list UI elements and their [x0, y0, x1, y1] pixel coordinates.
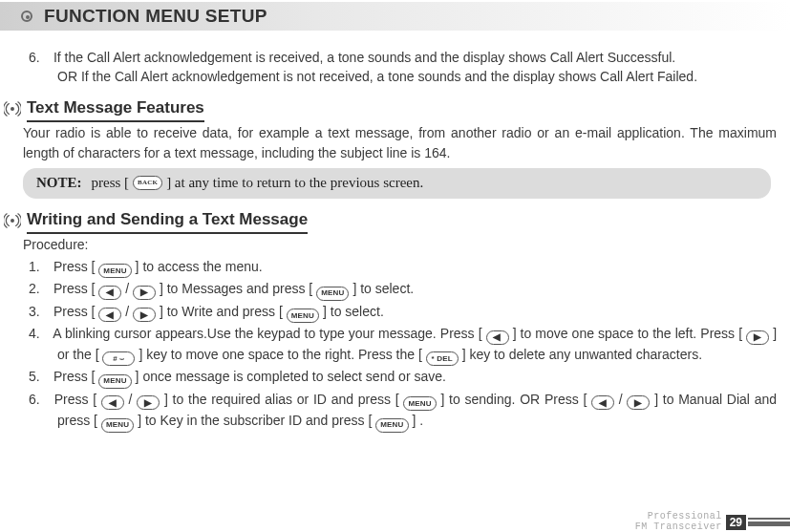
- right-arrow-button-icon: ▶: [133, 308, 156, 322]
- broadcast-icon: [4, 100, 21, 117]
- section-title-ws: Writing and Sending a Text Message: [27, 208, 308, 235]
- menu-button-icon: MENU: [98, 264, 131, 278]
- hash-button-icon: # ⌣: [102, 351, 135, 366]
- procedure-block: Procedure: 1. Press [ MENU ] to access t…: [23, 235, 777, 432]
- left-arrow-button-icon: ◀: [591, 395, 614, 410]
- procedure-step-5: 5. Press [ MENU ] once message is comple…: [57, 367, 777, 389]
- menu-button-icon: MENU: [403, 396, 436, 411]
- left-arrow-button-icon: ◀: [101, 395, 124, 410]
- step-6-callalert: 6. If the Call Alert acknowledgement is …: [23, 48, 777, 87]
- step-6-line1: If the Call Alert acknowledgement is rec…: [53, 50, 675, 65]
- left-arrow-button-icon: ◀: [486, 330, 509, 345]
- step-number: 6.: [29, 390, 50, 409]
- procedure-step-2: 2. Press [ ◀ / ▶ ] to Messages and press…: [57, 279, 777, 301]
- menu-button-icon: MENU: [98, 374, 131, 389]
- broadcast-icon: [4, 212, 21, 229]
- section-title-tmf: Text Message Features: [27, 96, 204, 123]
- right-arrow-button-icon: ▶: [627, 395, 650, 410]
- right-arrow-button-icon: ▶: [133, 286, 156, 300]
- page-footer: Professional FM Transceiver 29: [635, 512, 790, 532]
- note-box: NOTE: press [ BACK ] at any time to retu…: [23, 168, 771, 199]
- menu-button-icon: MENU: [287, 309, 319, 323]
- note-text-post: ] at any time to return to the previous …: [166, 173, 423, 194]
- note-label: NOTE:: [36, 173, 82, 194]
- menu-button-icon: MENU: [375, 418, 408, 433]
- note-text-pre: press [: [92, 173, 130, 194]
- menu-button-icon: MENU: [101, 418, 134, 433]
- step-number: 6.: [29, 48, 50, 67]
- right-arrow-button-icon: ▶: [137, 395, 160, 410]
- back-button-icon: BACK: [133, 176, 162, 190]
- step-number: 5.: [29, 367, 50, 386]
- right-arrow-button-icon: ▶: [746, 330, 769, 345]
- svg-point-0: [11, 107, 14, 111]
- del-button-icon: * DEL: [426, 351, 459, 366]
- left-arrow-button-icon: ◀: [98, 308, 121, 322]
- step-6-line2: OR If the Call Alert acknowledgement is …: [57, 69, 697, 84]
- section-header-text-message-features: Text Message Features: [23, 96, 777, 123]
- menu-button-icon: MENU: [316, 287, 349, 301]
- procedure-step-4: 4. A blinking cursor appears.Use the key…: [57, 324, 777, 366]
- footer-decoration-icon: [748, 518, 790, 526]
- title-bar: FUNCTION MENU SETUP: [0, 2, 790, 31]
- step-number: 2.: [29, 279, 50, 298]
- bullet-icon: [21, 11, 32, 22]
- section-body-tmf: Your radio is able to receive data, for …: [23, 123, 777, 162]
- procedure-step-3: 3. Press [ ◀ / ▶ ] to Write and press [ …: [57, 302, 777, 324]
- page-number: 29: [726, 515, 746, 530]
- step-number: 3.: [29, 302, 50, 321]
- section-header-writing-sending: Writing and Sending a Text Message: [23, 208, 777, 235]
- step-number: 1.: [29, 257, 50, 276]
- left-arrow-button-icon: ◀: [98, 286, 121, 300]
- procedure-step-6: 6. Press [ ◀ / ▶ ] to the required alias…: [57, 390, 777, 433]
- page-title: FUNCTION MENU SETUP: [44, 6, 267, 27]
- content-area: 6. If the Call Alert acknowledgement is …: [0, 31, 790, 433]
- svg-point-1: [11, 219, 14, 223]
- footer-label: Professional FM Transceiver: [635, 512, 722, 532]
- procedure-step-1: 1. Press [ MENU ] to access the menu.: [57, 257, 777, 279]
- procedure-heading: Procedure:: [23, 235, 777, 254]
- step-number: 4.: [29, 324, 50, 343]
